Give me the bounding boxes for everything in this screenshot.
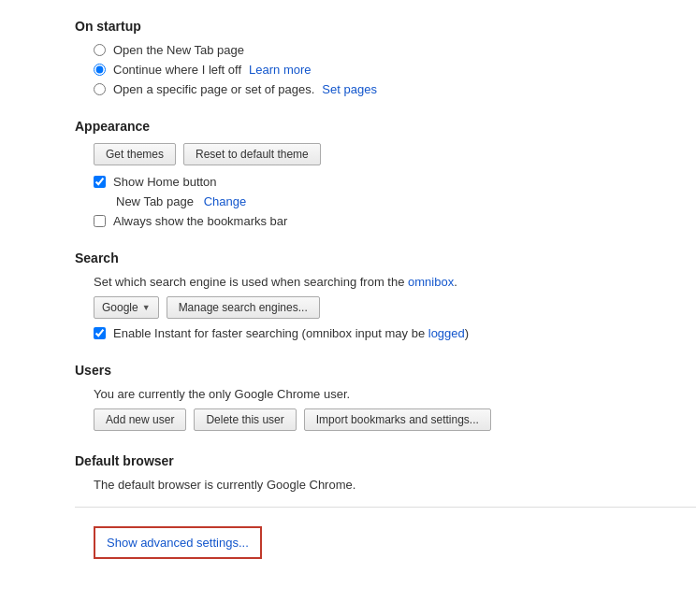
appearance-title: Appearance: [75, 119, 696, 134]
default-browser-section: Default browser The default browser is c…: [75, 453, 696, 559]
users-content: You are currently the only Google Chrome…: [75, 387, 696, 431]
default-browser-content: The default browser is currently Google …: [75, 478, 696, 559]
show-home-checkbox[interactable]: [94, 176, 106, 188]
reset-theme-button[interactable]: Reset to default theme: [183, 143, 321, 165]
instant-label-prefix: Enable Instant for faster searching (omn…: [113, 326, 425, 340]
dropdown-arrow-icon: ▼: [142, 303, 151, 312]
add-new-user-button[interactable]: Add new user: [94, 408, 186, 431]
on-startup-content: Open the New Tab page Continue where I l…: [75, 43, 696, 96]
instant-row: Enable Instant for faster searching (omn…: [94, 326, 696, 340]
appearance-buttons-row: Get themes Reset to default theme: [94, 143, 696, 165]
search-engine-row: Google ▼ Manage search engines...: [94, 296, 696, 319]
advanced-settings-container: Show advanced settings...: [94, 526, 262, 559]
search-title: Search: [75, 251, 696, 265]
startup-radio-continue-where[interactable]: [94, 64, 106, 76]
startup-continue-where: Continue where I left off Learn more: [94, 63, 696, 77]
startup-open-specific: Open a specific page or set of pages. Se…: [94, 82, 696, 96]
change-link[interactable]: Change: [204, 194, 247, 208]
search-section: Search Set which search engine is used w…: [75, 251, 696, 340]
manage-search-engines-button[interactable]: Manage search engines...: [167, 296, 320, 319]
appearance-content: Get themes Reset to default theme Show H…: [75, 143, 696, 228]
search-content: Set which search engine is used when sea…: [75, 275, 696, 340]
show-advanced-settings-link[interactable]: Show advanced settings...: [107, 536, 249, 550]
instant-label-suffix: ): [465, 326, 469, 340]
logged-link[interactable]: logged: [428, 326, 465, 340]
get-themes-button[interactable]: Get themes: [94, 143, 176, 165]
enable-instant-checkbox[interactable]: [94, 327, 106, 339]
startup-radio-open-new-tab[interactable]: [94, 44, 106, 56]
import-bookmarks-button[interactable]: Import bookmarks and settings...: [304, 408, 491, 431]
show-home-label: Show Home button: [113, 175, 217, 189]
search-desc-prefix: Set which search engine is used when sea…: [94, 275, 404, 289]
search-description: Set which search engine is used when sea…: [94, 275, 696, 289]
set-pages-link[interactable]: Set pages: [322, 82, 377, 96]
learn-more-link[interactable]: Learn more: [249, 63, 311, 77]
divider: [75, 507, 696, 508]
startup-open-specific-label: Open a specific page or set of pages.: [113, 82, 314, 96]
enable-instant-label: Enable Instant for faster searching (omn…: [113, 326, 469, 340]
default-browser-description: The default browser is currently Google …: [94, 478, 696, 492]
search-desc-suffix: .: [454, 275, 457, 289]
omnibox-link[interactable]: omnibox: [408, 275, 454, 289]
show-home-button-row: Show Home button: [94, 175, 696, 189]
new-tab-row: New Tab page Change: [94, 194, 696, 208]
on-startup-title: On startup: [75, 19, 696, 34]
users-description: You are currently the only Google Chrome…: [94, 387, 696, 401]
default-browser-title: Default browser: [75, 453, 696, 468]
on-startup-section: On startup Open the New Tab page Continu…: [75, 19, 696, 96]
users-title: Users: [75, 363, 696, 378]
startup-radio-group: Open the New Tab page Continue where I l…: [94, 43, 696, 96]
startup-open-new-tab: Open the New Tab page: [94, 43, 696, 57]
startup-continue-where-label: Continue where I left off: [113, 63, 241, 77]
new-tab-prefix: New Tab page: [116, 194, 194, 208]
users-section: Users You are currently the only Google …: [75, 363, 696, 431]
appearance-section: Appearance Get themes Reset to default t…: [75, 119, 696, 228]
always-show-bookmarks-row: Always show the bookmarks bar: [94, 214, 696, 228]
users-buttons-row: Add new user Delete this user Import boo…: [94, 408, 696, 431]
startup-open-new-tab-label: Open the New Tab page: [113, 43, 244, 57]
always-show-bookmarks-label: Always show the bookmarks bar: [113, 214, 287, 228]
google-dropdown-label: Google: [102, 301, 138, 314]
always-show-bookmarks-checkbox[interactable]: [94, 215, 106, 227]
startup-radio-open-specific[interactable]: [94, 83, 106, 95]
delete-user-button[interactable]: Delete this user: [194, 408, 296, 431]
google-dropdown[interactable]: Google ▼: [94, 296, 159, 319]
